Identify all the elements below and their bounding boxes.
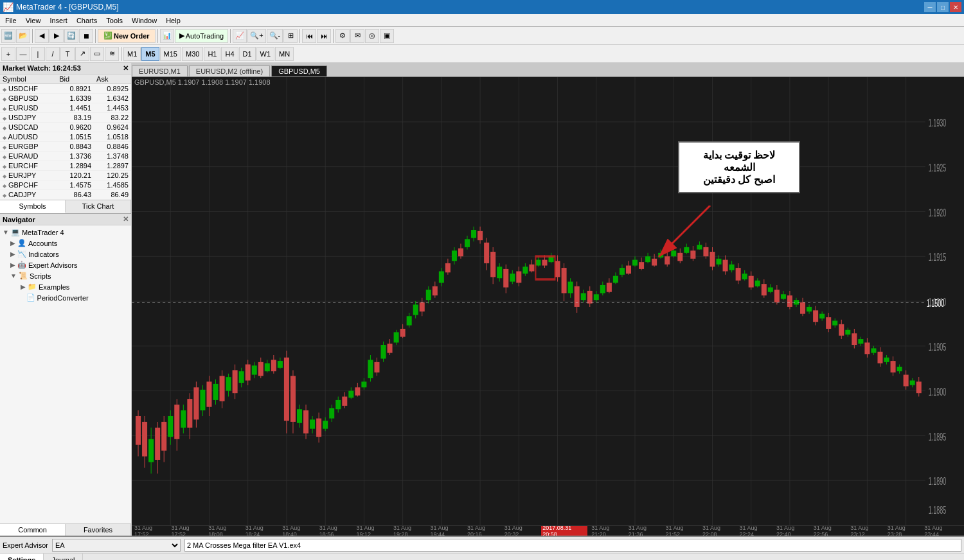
tb-refresh-btn[interactable]: 🔄 xyxy=(64,29,78,43)
tf-m30[interactable]: M30 xyxy=(182,47,203,61)
maximize-button[interactable]: □ xyxy=(937,2,949,12)
svg-rect-152 xyxy=(497,267,502,278)
chart-canvas[interactable]: GBPUSD,M5 1.1907 1.1908 1.1907 1.1908 xyxy=(132,77,964,525)
bottom-tab-settings[interactable]: Settings xyxy=(0,554,44,560)
market-watch-row[interactable]: ◆ GBPUSD 1.6339 1.6342 xyxy=(0,94,131,103)
tb-grid-btn[interactable]: ⊞ xyxy=(283,29,298,43)
tf-h1[interactable]: H1 xyxy=(204,47,220,61)
bottom-tab-journal[interactable]: Journal xyxy=(44,554,83,560)
new-order-icon: 💹 xyxy=(103,31,112,40)
market-watch-row[interactable]: ◆ GBPCHF 1.4575 1.4585 xyxy=(0,180,131,190)
svg-text:1.1920: 1.1920 xyxy=(929,207,947,219)
tb-rect-btn[interactable]: ▭ xyxy=(90,47,104,61)
mw-close-icon[interactable]: ✕ xyxy=(123,64,129,73)
tf-h4[interactable]: H4 xyxy=(221,47,238,61)
svg-rect-234 xyxy=(762,284,767,295)
tf-w1[interactable]: W1 xyxy=(256,47,275,61)
sep6 xyxy=(333,29,334,43)
auto-trading-icon: ▶ xyxy=(179,31,184,40)
chart-tab-eurusd-m1[interactable]: EURUSD,M1 xyxy=(132,66,188,76)
mw-tab-tickchart[interactable]: Tick Chart xyxy=(66,200,131,213)
tb-vline-btn[interactable]: | xyxy=(31,47,45,61)
tb-misc-btn[interactable]: ◎ xyxy=(365,29,379,43)
menu-view[interactable]: View xyxy=(22,15,45,26)
navigator-header: Navigator ✕ xyxy=(0,214,131,225)
tb-fwd2-btn[interactable]: ⏭ xyxy=(317,29,331,43)
nav-tab-favorites[interactable]: Favorites xyxy=(66,524,131,536)
chart-tab-gbpusd-m5[interactable]: GBPUSD,M5 xyxy=(271,66,327,76)
tree-item-examples[interactable]: ▶ 📁 Examples xyxy=(0,281,131,292)
market-watch-row[interactable]: ◆ EURGBP 0.8843 0.8846 xyxy=(0,142,131,152)
market-watch-row[interactable]: ◆ EURCHF 1.2894 1.2897 xyxy=(0,161,131,171)
market-watch-row[interactable]: ◆ AUDUSD 1.0515 1.0518 xyxy=(0,132,131,142)
auto-trading-button[interactable]: ▶ AutoTrading xyxy=(175,29,229,43)
mw-bid: 1.4451 xyxy=(57,103,94,113)
market-watch-row[interactable]: ◆ USDJPY 83.19 83.22 xyxy=(0,113,131,123)
tb-back-btn[interactable]: ◀ xyxy=(35,29,49,43)
navigator-close-icon[interactable]: ✕ xyxy=(123,215,129,223)
tb-zoomin-btn[interactable]: 🔍+ xyxy=(247,29,265,43)
tf-m1[interactable]: M1 xyxy=(123,47,141,61)
menu-file[interactable]: File xyxy=(1,15,21,26)
new-order-button[interactable]: 💹 New Order xyxy=(98,29,156,43)
menu-window[interactable]: Window xyxy=(128,15,161,26)
tree-examples-expand: ▶ xyxy=(21,283,26,290)
market-watch-row[interactable]: ◆ USDCHF 0.8921 0.8925 xyxy=(0,84,131,94)
tb-cross-btn[interactable]: + xyxy=(1,47,15,61)
menu-tools[interactable]: Tools xyxy=(102,15,127,26)
tb-open-btn[interactable]: 📂 xyxy=(16,29,30,43)
tree-item-indicators[interactable]: ▶ 📉 Indicators xyxy=(0,249,131,259)
tb-tline-btn[interactable]: / xyxy=(46,47,60,61)
tb-arrow-btn[interactable]: ↗ xyxy=(75,47,89,61)
mw-bid: 1.6339 xyxy=(57,94,94,103)
svg-rect-256 xyxy=(832,320,837,325)
tb-new-btn[interactable]: 🆕 xyxy=(1,29,15,43)
menu-charts[interactable]: Charts xyxy=(73,15,101,26)
tree-item-periodconverter[interactable]: 📄 PeriodConverter xyxy=(0,292,131,303)
tb-forward-btn[interactable]: ▶ xyxy=(49,29,64,43)
svg-rect-172 xyxy=(562,268,567,293)
mw-tab-symbols[interactable]: Symbols xyxy=(0,200,66,213)
svg-rect-178 xyxy=(581,293,586,300)
tf-d1[interactable]: D1 xyxy=(239,47,256,61)
market-watch-row[interactable]: ◆ EURJPY 120.21 120.25 xyxy=(0,171,131,180)
tf-mn[interactable]: MN xyxy=(275,47,294,61)
svg-rect-162 xyxy=(529,265,534,272)
tb-hline-btn[interactable]: — xyxy=(16,47,30,61)
ea-dropdown[interactable]: EA xyxy=(52,539,181,552)
nav-tab-common[interactable]: Common xyxy=(0,524,66,536)
tf-m15[interactable]: M15 xyxy=(160,47,181,61)
menu-help[interactable]: Help xyxy=(162,15,184,26)
tb-text-btn[interactable]: T xyxy=(60,47,75,61)
svg-rect-52 xyxy=(174,405,179,439)
tb-misc2-btn[interactable]: ▣ xyxy=(380,29,394,43)
mw-bid: 1.0515 xyxy=(57,132,94,142)
tb-back2-btn[interactable]: ⏮ xyxy=(302,29,316,43)
market-watch-row[interactable]: ◆ EURUSD 1.4451 1.4453 xyxy=(0,103,131,113)
svg-rect-48 xyxy=(161,422,166,451)
ea-name-input[interactable] xyxy=(184,539,961,552)
toolbar-main: 🆕 📂 ◀ ▶ 🔄 ⏹ 💹 New Order 📊 ▶ AutoTrading … xyxy=(0,27,964,45)
svg-rect-82 xyxy=(271,360,276,371)
tree-item-root[interactable]: ▼ 💻 MetaTrader 4 xyxy=(0,227,131,238)
tb-zoomout-btn[interactable]: 🔍- xyxy=(267,29,283,43)
tb-settings-btn[interactable]: ⚙ xyxy=(335,29,350,43)
tb-email-btn[interactable]: ✉ xyxy=(350,29,364,43)
tree-item-accounts[interactable]: ▶ 👤 Accounts xyxy=(0,238,131,249)
tree-item-experts[interactable]: ▶ 🤖 Expert Advisors xyxy=(0,259,131,270)
tb-chart-btn1[interactable]: 📊 xyxy=(160,29,174,43)
tb-fib-btn[interactable]: ≋ xyxy=(105,47,119,61)
market-watch-row[interactable]: ◆ CADJPY 86.43 86.49 xyxy=(0,190,131,200)
tree-item-scripts[interactable]: ▼ 📜 Scripts xyxy=(0,270,131,281)
market-watch-row[interactable]: ◆ USDCAD 0.9620 0.9624 xyxy=(0,123,131,132)
chart-tab-eurusd-m2[interactable]: EURUSD,M2 (offline) xyxy=(189,66,270,76)
market-watch-row[interactable]: ◆ EURAUD 1.3736 1.3748 xyxy=(0,152,131,161)
tb-stop-btn[interactable]: ⏹ xyxy=(79,29,93,43)
minimize-button[interactable]: ─ xyxy=(924,2,936,12)
tb-indicator-btn[interactable]: 📈 xyxy=(233,29,247,43)
chart-time-bar: 31 Aug 17:52 31 Aug 17:52 31 Aug 18:08 3… xyxy=(132,525,964,536)
title-bar-controls[interactable]: ─ □ ✕ xyxy=(924,2,961,12)
close-button[interactable]: ✕ xyxy=(950,2,961,12)
menu-insert[interactable]: Insert xyxy=(46,15,71,26)
tf-m5[interactable]: M5 xyxy=(141,47,159,61)
